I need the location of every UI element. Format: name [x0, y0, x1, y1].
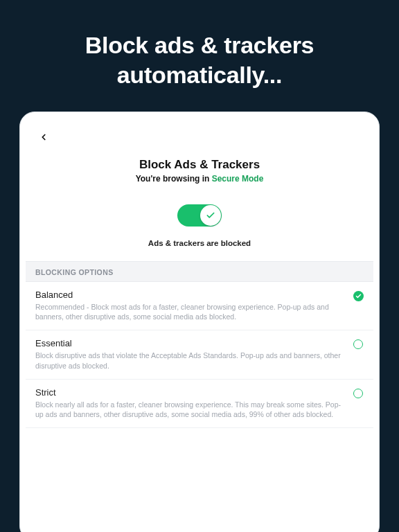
ads-blocking-toggle[interactable] — [177, 204, 222, 227]
check-icon — [206, 211, 215, 220]
toggle-wrap — [26, 192, 373, 233]
headline-line2: automatically... — [117, 62, 282, 88]
option-essential[interactable]: Essential Block disruptive ads that viol… — [26, 330, 373, 379]
option-title: Balanced — [35, 290, 346, 300]
radio-unselected-icon — [353, 389, 363, 398]
nav-bar — [26, 118, 373, 151]
option-desc: Recommended - Block most ads for a faste… — [35, 302, 346, 321]
option-title: Strict — [35, 387, 346, 398]
option-body: Essential Block disruptive ads that viol… — [35, 338, 346, 370]
option-radio — [353, 339, 364, 350]
secure-mode-label: Secure Mode — [212, 174, 264, 184]
option-strict[interactable]: Strict Block nearly all ads for a faster… — [26, 380, 373, 428]
option-balanced[interactable]: Balanced Recommended - Block most ads fo… — [26, 282, 373, 330]
radio-unselected-icon — [353, 339, 363, 349]
page-title: Block Ads & Trackers — [39, 158, 360, 172]
option-desc: Block disruptive ads that violate the Ac… — [35, 351, 346, 370]
option-body: Strict Block nearly all ads for a faster… — [35, 387, 346, 419]
marketing-headline: Block ads & trackers automatically... — [0, 0, 399, 112]
option-title: Essential — [35, 338, 346, 348]
headline-line1: Block ads & trackers — [85, 32, 314, 58]
option-radio — [353, 290, 364, 301]
hero-section: Block Ads & Trackers You're browsing in … — [26, 151, 373, 192]
check-icon — [355, 293, 362, 299]
page-subtitle: You're browsing in Secure Mode — [39, 174, 360, 184]
option-desc: Block nearly all ads for a faster, clean… — [35, 400, 346, 419]
device-frame: Block Ads & Trackers You're browsing in … — [19, 112, 380, 532]
option-radio — [353, 388, 364, 399]
radio-selected-icon — [353, 291, 364, 301]
toggle-status-label: Ads & trackers are blocked — [26, 233, 373, 261]
section-header: BLOCKING OPTIONS — [26, 261, 373, 282]
toggle-knob — [200, 205, 221, 226]
option-body: Balanced Recommended - Block most ads fo… — [35, 290, 346, 321]
back-button[interactable] — [34, 127, 53, 147]
subtitle-prefix: You're browsing in — [136, 174, 212, 184]
app-screen: Block Ads & Trackers You're browsing in … — [26, 118, 373, 532]
chevron-left-icon — [39, 132, 48, 142]
